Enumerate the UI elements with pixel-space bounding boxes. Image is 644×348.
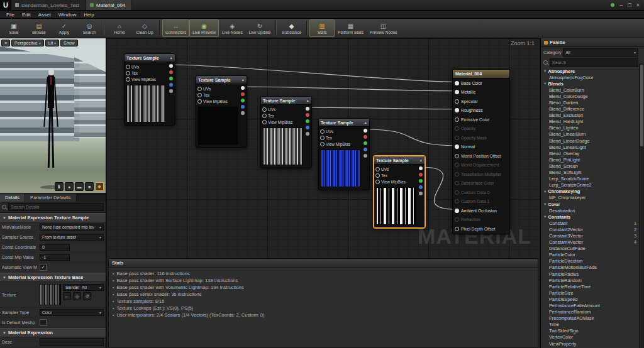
- palette-item-constant4vector[interactable]: Constant4Vector4: [541, 239, 639, 246]
- texture-asset-dropdown[interactable]: Slender_A0▾: [63, 284, 104, 291]
- section-header-material-expression[interactable]: ▼Material Expression: [0, 328, 106, 337]
- output-pin-a[interactable]: [364, 154, 367, 158]
- input-pin-view-mipbias[interactable]: [262, 120, 267, 124]
- apply-button[interactable]: ✓Apply: [52, 19, 77, 37]
- palette-item-blend-lighten[interactable]: Blend_Lighten: [541, 125, 639, 131]
- material-pin-normal[interactable]: Normal: [453, 143, 509, 152]
- palette-item-particlerelativetime[interactable]: ParticleRelativeTime: [541, 283, 639, 290]
- browse-button[interactable]: ▤Browse: [26, 19, 52, 37]
- output-pin-b[interactable]: [364, 148, 367, 151]
- perspective-button[interactable]: Perspective▾: [11, 40, 44, 46]
- search-button[interactable]: ◎Search: [77, 19, 102, 37]
- preview-cylinder-button[interactable]: ▮: [55, 182, 64, 191]
- node-header[interactable]: Texture Sample▲: [374, 156, 425, 165]
- browse-asset-icon[interactable]: ◎: [73, 292, 81, 300]
- palette-item-atmosphericfogcolor[interactable]: AtmosphericFogColor: [541, 74, 639, 80]
- palette-scrollbar[interactable]: [639, 63, 644, 348]
- preview-viewport[interactable]: ≡Perspective▾Lit▾Show ▮●▬■◆: [0, 38, 106, 193]
- texture-thumbnail[interactable]: [40, 284, 61, 305]
- material-pin-world-displacement[interactable]: World Displacement: [453, 161, 509, 170]
- maximize-button[interactable]: □: [628, 2, 631, 8]
- material-result-node[interactable]: Material_004Base ColorMetallicSpecularRo…: [452, 69, 510, 234]
- input-pin-tex[interactable]: [197, 93, 202, 97]
- palette-search-input[interactable]: [550, 58, 638, 67]
- texture-sample-node-2[interactable]: Texture Sample▲UVsTexView MipBias: [196, 75, 247, 148]
- output-pin-a[interactable]: [306, 132, 309, 136]
- output-pin-r[interactable]: [169, 70, 173, 74]
- category-dropdown[interactable]: All ▾: [563, 48, 638, 57]
- palette-item-particledirection[interactable]: ParticleDirection: [541, 258, 639, 264]
- details-search-input[interactable]: [8, 203, 104, 211]
- output-pin-b[interactable]: [419, 185, 423, 189]
- palette-item-blend-colordodge[interactable]: Blend_ColorDodge: [541, 93, 639, 99]
- section-header-material-expression-texture-sample[interactable]: ▼Material Expression Texture Sample: [0, 213, 106, 222]
- output-pin-rgb[interactable]: [241, 86, 245, 90]
- node-header[interactable]: Texture Sample▲: [319, 119, 369, 127]
- stats-button[interactable]: ▥Stats: [309, 19, 335, 37]
- node-header[interactable]: Material_004: [453, 70, 509, 79]
- input-pin-view-mipbias[interactable]: [126, 77, 130, 82]
- graph-canvas[interactable]: Zoom 1:1 MATERIAL Stats •Base pass shade…: [106, 38, 540, 348]
- node-header[interactable]: Texture Sample▲: [261, 97, 311, 105]
- preview-mesh-button[interactable]: ◆: [95, 182, 104, 191]
- palette-item-particlespeed[interactable]: ParticleSpeed: [541, 296, 639, 302]
- material-pin-emissive-color[interactable]: Emissive Color: [453, 115, 509, 124]
- input-pin-uvs[interactable]: [197, 87, 202, 91]
- output-pin-g[interactable]: [241, 99, 245, 102]
- output-pin-a[interactable]: [169, 89, 173, 93]
- material-pin-tessellation-multiplier[interactable]: Tessellation Multiplier: [453, 170, 509, 179]
- palette-item-constant3vector[interactable]: Constant3Vector3: [541, 232, 639, 239]
- material-pin-ambient-occlusion[interactable]: Ambient Occlusion: [453, 206, 509, 215]
- palette-item-vertexcolor[interactable]: VertexColor: [541, 334, 639, 340]
- output-pin-a[interactable]: [419, 192, 423, 195]
- home-button[interactable]: ⌂Home: [107, 19, 132, 37]
- palette-item-desaturation[interactable]: Desaturation: [541, 207, 639, 214]
- stats-panel-header[interactable]: Stats: [109, 259, 538, 268]
- material-pin-pixel-depth-offset[interactable]: Pixel Depth Offset: [453, 224, 509, 234]
- output-pin-b[interactable]: [241, 105, 245, 109]
- palette-category-constants[interactable]: ▼Constants: [541, 214, 639, 220]
- texture-sample-node-3[interactable]: Texture Sample▲UVsTexView MipBias: [260, 96, 312, 168]
- palette-item-blend-lineardodge[interactable]: Blend_LinearDodge: [541, 138, 639, 144]
- window-tab-slenderman-lowlies-test[interactable]: slenderman_Lowlies_Test: [11, 0, 86, 10]
- material-pin-world-position-offset[interactable]: World Position Offset: [453, 151, 509, 161]
- tab-details[interactable]: Details: [0, 193, 25, 202]
- palette-item-blend-pinlight[interactable]: Blend_PinLight: [541, 156, 639, 163]
- input-pin-tex[interactable]: [262, 114, 267, 118]
- use-selected-asset-icon[interactable]: ←: [63, 292, 71, 300]
- input-pin-tex[interactable]: [126, 71, 130, 75]
- window-tab-material-004[interactable]: Material_004: [86, 0, 132, 10]
- const-coordinate-field[interactable]: 0: [40, 244, 70, 251]
- palette-item-blend-hardlight[interactable]: Blend_HardLight: [541, 119, 639, 125]
- menu-edit[interactable]: Edit: [18, 12, 35, 18]
- connectors-button[interactable]: ↔Connectors: [162, 19, 189, 37]
- palette-item-blend-overlay[interactable]: Blend_Overlay: [541, 150, 639, 156]
- palette-item-blend-screen[interactable]: Blend_Screen: [541, 163, 639, 169]
- minimize-button[interactable]: –: [619, 2, 623, 8]
- palette-category-blends[interactable]: ▼Blends: [541, 80, 639, 87]
- menu-window[interactable]: Window: [55, 12, 80, 18]
- palette-item-blend-softlight[interactable]: Blend_SoftLight: [541, 170, 639, 176]
- output-pin-r[interactable]: [241, 92, 245, 96]
- input-pin-uvs[interactable]: [262, 107, 267, 112]
- palette-item-blend-difference[interactable]: Blend_Difference: [541, 106, 639, 112]
- palette-item-viewproperty[interactable]: ViewProperty: [541, 340, 639, 347]
- live-nodes-button[interactable]: ◈Live Nodes: [219, 19, 246, 37]
- output-pin-r[interactable]: [419, 173, 423, 177]
- section-header-material-expression-texture-base[interactable]: ▼Material Expression Texture Base: [0, 273, 106, 282]
- texture-sample-node-1[interactable]: Texture Sample▲UVsTexView MipBias: [124, 53, 175, 126]
- material-pin-custom-data-0[interactable]: Custom Data 0: [453, 188, 509, 197]
- palette-item-particlerandom[interactable]: ParticleRandom: [541, 277, 639, 283]
- material-pin-refraction[interactable]: Refraction: [453, 215, 509, 225]
- preview-cube-button[interactable]: ■: [85, 182, 94, 191]
- input-pin-uvs[interactable]: [320, 129, 325, 134]
- output-pin-rgb[interactable]: [419, 166, 423, 170]
- material-pin-custom-data-1[interactable]: Custom Data 1: [453, 197, 509, 207]
- palette-item-lerp-scratchgrime[interactable]: Lerp_ScratchGrime: [541, 176, 639, 182]
- palette-category-color[interactable]: ▼Color: [541, 201, 639, 207]
- material-pin-roughness[interactable]: Roughness: [453, 106, 509, 116]
- tab-parameter-defaults[interactable]: Parameter Defaults: [25, 193, 77, 202]
- substance-button[interactable]: ◆Substance: [279, 19, 304, 37]
- output-pin-r[interactable]: [364, 135, 367, 139]
- output-pin-rgb[interactable]: [169, 64, 173, 68]
